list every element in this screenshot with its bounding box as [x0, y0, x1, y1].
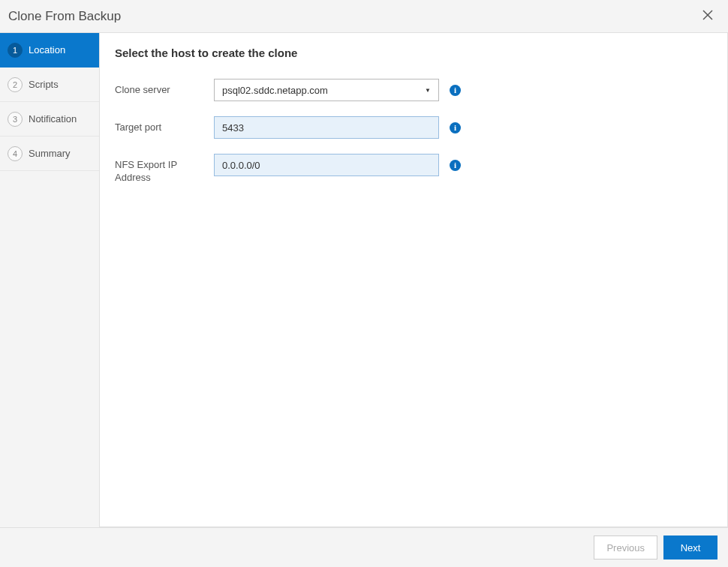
step-scripts[interactable]: 2 Scripts: [0, 68, 99, 102]
dialog-title: Clone From Backup: [8, 9, 121, 24]
previous-button: Previous: [594, 536, 657, 560]
step-number: 4: [8, 146, 23, 161]
clone-from-backup-dialog: Clone From Backup 1 Location 2 Scripts 3…: [0, 0, 728, 567]
chevron-down-icon: ▼: [425, 87, 431, 94]
row-nfs-export: NFS Export IP Address i: [115, 154, 712, 184]
dialog-footer: Previous Next: [0, 527, 728, 567]
nfs-export-label: NFS Export IP Address: [115, 154, 214, 184]
target-port-label: Target port: [115, 116, 214, 134]
step-summary[interactable]: 4 Summary: [0, 136, 99, 171]
clone-server-select[interactable]: psql02.sddc.netapp.com ▼: [214, 79, 439, 101]
wizard-content: Select the host to create the clone Clon…: [99, 33, 728, 527]
clone-server-value: psql02.sddc.netapp.com: [222, 85, 328, 96]
clone-server-label: Clone server: [115, 79, 214, 97]
dialog-header: Clone From Backup: [0, 0, 728, 33]
row-clone-server: Clone server psql02.sddc.netapp.com ▼ i: [115, 79, 712, 101]
step-number: 1: [8, 43, 23, 58]
target-port-input[interactable]: [214, 116, 439, 139]
info-icon[interactable]: i: [450, 85, 461, 96]
nfs-export-input[interactable]: [214, 154, 439, 176]
next-button[interactable]: Next: [663, 536, 717, 560]
step-label: Notification: [29, 113, 77, 124]
step-label: Location: [29, 44, 65, 56]
page-heading: Select the host to create the clone: [115, 46, 712, 59]
dialog-body: 1 Location 2 Scripts 3 Notification 4 Su…: [0, 33, 728, 527]
step-label: Scripts: [29, 79, 59, 90]
info-icon[interactable]: i: [450, 122, 461, 134]
wizard-sidebar: 1 Location 2 Scripts 3 Notification 4 Su…: [0, 33, 99, 527]
step-location[interactable]: 1 Location: [0, 33, 99, 68]
step-number: 3: [8, 112, 23, 127]
step-number: 2: [8, 77, 23, 92]
step-label: Summary: [29, 148, 71, 159]
step-notification[interactable]: 3 Notification: [0, 102, 99, 136]
close-icon[interactable]: [699, 7, 716, 26]
row-target-port: Target port i: [115, 116, 712, 139]
info-icon[interactable]: i: [450, 160, 461, 171]
